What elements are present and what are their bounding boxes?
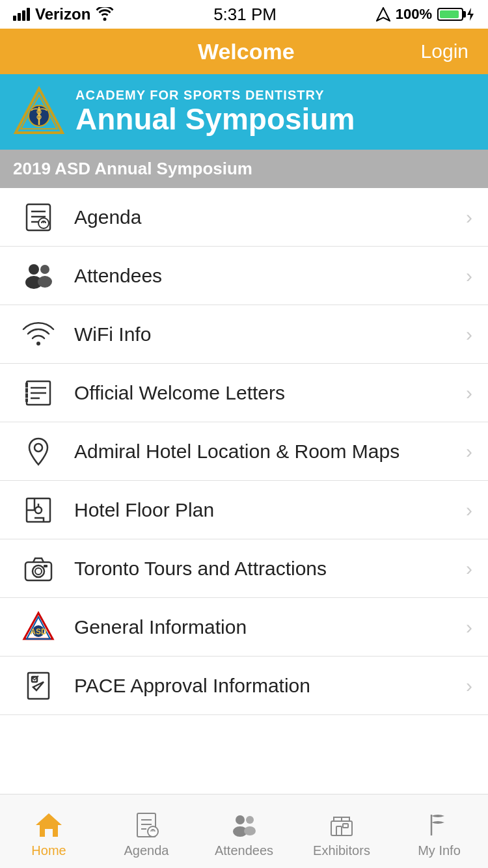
menu-label-attendees: Attendees bbox=[61, 263, 466, 288]
wifi-status-icon bbox=[96, 7, 114, 21]
svg-point-14 bbox=[40, 265, 49, 274]
tab-agenda[interactable]: Agenda bbox=[98, 794, 195, 868]
menu-item-hotel-location[interactable]: Admiral Hotel Location & Room Maps › bbox=[0, 422, 488, 481]
login-button[interactable]: Login bbox=[421, 40, 468, 62]
svg-point-25 bbox=[34, 444, 42, 452]
app-header: Welcome Login bbox=[0, 29, 488, 74]
chevron-tours: › bbox=[466, 558, 472, 580]
svg-rect-53 bbox=[336, 826, 342, 835]
sub-header-text: 2019 ASD Annual Symposium bbox=[13, 159, 475, 179]
svg-point-27 bbox=[35, 507, 42, 513]
sub-header: 2019 ASD Annual Symposium bbox=[0, 150, 488, 188]
tab-exhibitors[interactable]: Exhibitors bbox=[293, 794, 390, 868]
menu-label-letters: Official Welcome Letters bbox=[61, 380, 466, 405]
menu-list: Agenda › Attendees › WiFi Info › bbox=[0, 188, 488, 715]
chevron-general-info: › bbox=[466, 616, 472, 638]
svg-marker-0 bbox=[377, 8, 390, 21]
attendees-icon bbox=[16, 253, 61, 299]
wifi-icon bbox=[16, 312, 61, 357]
tab-my-info[interactable]: My Info bbox=[390, 794, 488, 868]
signal-icon bbox=[13, 8, 30, 21]
svg-rect-32 bbox=[44, 565, 47, 567]
tab-my-info-label: My Info bbox=[418, 843, 461, 858]
svg-text:ASD: ASD bbox=[30, 627, 47, 636]
svg-point-50 bbox=[246, 816, 254, 824]
menu-item-tours[interactable]: Toronto Tours and Attractions › bbox=[0, 539, 488, 598]
menu-item-general-info[interactable]: ASD General Information › bbox=[0, 598, 488, 657]
chevron-floor-plan: › bbox=[466, 499, 472, 521]
menu-label-pace: PACE Approval Information bbox=[61, 673, 466, 698]
menu-label-tours: Toronto Tours and Attractions bbox=[61, 556, 466, 581]
tab-attendees[interactable]: Attendees bbox=[195, 794, 293, 868]
exhibitors-tab-icon bbox=[327, 811, 356, 839]
menu-label-floor-plan: Hotel Floor Plan bbox=[61, 497, 466, 522]
battery-icon bbox=[437, 8, 475, 21]
chevron-wifi: › bbox=[466, 323, 472, 346]
tab-home-label: Home bbox=[31, 843, 66, 858]
agenda-tab-icon bbox=[132, 811, 161, 839]
chevron-agenda: › bbox=[466, 206, 472, 228]
svg-marker-1 bbox=[467, 8, 474, 21]
svg-rect-21 bbox=[25, 383, 28, 402]
my-info-tab-icon bbox=[425, 811, 454, 839]
tab-home[interactable]: Home bbox=[0, 794, 98, 868]
letters-icon bbox=[16, 370, 61, 416]
svg-rect-54 bbox=[343, 824, 348, 828]
banner: Academy for Sports Dentistry Annual Symp… bbox=[0, 74, 488, 150]
svg-point-51 bbox=[244, 826, 256, 835]
menu-item-agenda[interactable]: Agenda › bbox=[0, 188, 488, 247]
chevron-hotel-location: › bbox=[466, 441, 472, 463]
location-icon bbox=[16, 429, 61, 474]
svg-marker-38 bbox=[33, 682, 44, 690]
menu-label-agenda: Agenda bbox=[61, 204, 466, 230]
menu-item-wifi[interactable]: WiFi Info › bbox=[0, 305, 488, 364]
chevron-attendees: › bbox=[466, 265, 472, 287]
tab-bar: Home Agenda Attendees bbox=[0, 794, 488, 868]
svg-point-48 bbox=[236, 815, 245, 824]
header-title: Welcome bbox=[72, 39, 421, 64]
agenda-icon bbox=[16, 195, 61, 240]
asd-logo bbox=[13, 86, 65, 138]
chevron-pace: › bbox=[466, 675, 472, 697]
menu-item-letters[interactable]: Official Welcome Letters › bbox=[0, 364, 488, 422]
charging-icon bbox=[466, 8, 475, 21]
banner-subtitle: Academy for Sports Dentistry bbox=[75, 88, 475, 103]
chevron-letters: › bbox=[466, 382, 472, 404]
general-icon: ASD bbox=[16, 604, 61, 650]
svg-point-16 bbox=[36, 342, 40, 346]
menu-item-attendees[interactable]: Attendees › bbox=[0, 247, 488, 305]
menu-label-hotel-location: Admiral Hotel Location & Room Maps bbox=[61, 439, 466, 464]
status-time: 5:31 PM bbox=[213, 5, 277, 25]
menu-item-pace[interactable]: PACE Approval Information › bbox=[0, 657, 488, 715]
camera-icon bbox=[16, 546, 61, 591]
attendees-tab-icon bbox=[230, 811, 258, 839]
tab-agenda-label: Agenda bbox=[124, 843, 169, 858]
banner-text: Academy for Sports Dentistry Annual Symp… bbox=[75, 88, 475, 136]
svg-point-15 bbox=[38, 276, 52, 288]
floorplan-icon bbox=[16, 487, 61, 533]
svg-marker-41 bbox=[36, 813, 62, 837]
carrier-label: Verizon bbox=[35, 5, 90, 23]
home-tab-icon bbox=[34, 811, 63, 839]
menu-label-general-info: General Information bbox=[61, 614, 466, 640]
menu-item-floor-plan[interactable]: Hotel Floor Plan › bbox=[0, 481, 488, 539]
svg-point-12 bbox=[29, 264, 39, 275]
tab-exhibitors-label: Exhibitors bbox=[313, 843, 370, 858]
tab-attendees-label: Attendees bbox=[215, 843, 273, 858]
battery-percentage: 100% bbox=[396, 6, 432, 23]
status-right: 100% bbox=[376, 6, 475, 23]
status-bar: Verizon 5:31 PM 100% bbox=[0, 0, 488, 29]
status-left: Verizon bbox=[13, 5, 114, 23]
location-status-icon bbox=[376, 7, 390, 21]
pace-icon bbox=[16, 663, 61, 709]
banner-title: Annual Symposium bbox=[75, 103, 475, 136]
menu-label-wifi: WiFi Info bbox=[61, 321, 466, 347]
